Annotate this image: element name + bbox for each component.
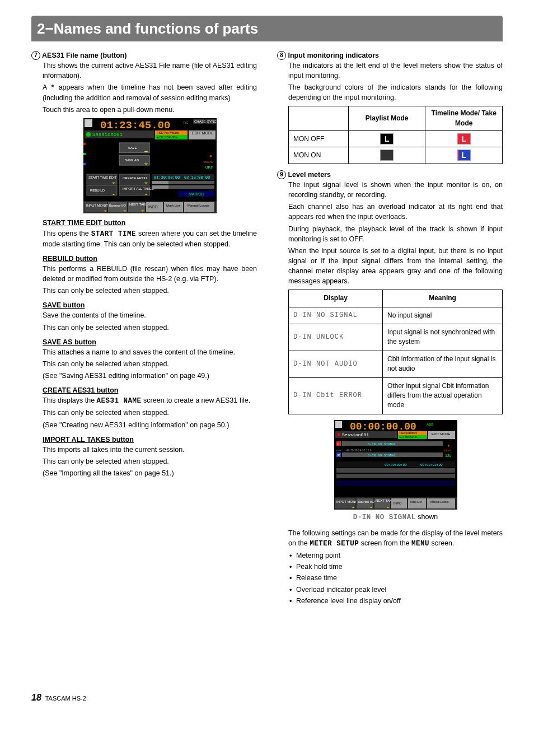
svg-rect-95 [336, 468, 455, 473]
start-time-edit-heading: START TIME EDIT button [43, 218, 257, 228]
svg-text:D-IN NO SIGNAL: D-IN NO SIGNAL [368, 442, 396, 446]
l-icon-red: L [457, 133, 471, 144]
saveas-p1: This attaches a name to and saves the co… [43, 347, 257, 357]
table-row: D-IN NOT AUDIO Cbit information of the i… [289, 351, 503, 377]
svg-rect-37 [83, 163, 86, 165]
svg-text:●CF 000h24m: ●CF 000h24m [399, 435, 417, 438]
svg-text:12s: 12s [445, 454, 452, 458]
save-heading: SAVE button [43, 300, 257, 310]
svg-point-71 [337, 433, 340, 436]
product-name: TASCAM HS-2 [45, 695, 86, 702]
l-icon-blank [380, 150, 394, 161]
svg-text:00:00:00:00: 00:00:00:00 [385, 463, 407, 467]
svg-text:00:00:02:29: 00:00:02:29 [420, 463, 443, 467]
item7-p1: This shows the current active AES31 File… [43, 60, 257, 81]
settings-list: Metering point Peak hold time Release ti… [288, 550, 503, 606]
monitoring-table: Playlist Mode Timeline Mode/ Take Mode M… [288, 106, 503, 164]
item9-p5: The following settings can be made for t… [288, 528, 503, 549]
table-row: D-IN NO SIGNAL No input signal [289, 307, 503, 324]
svg-point-9 [86, 132, 91, 137]
svg-rect-36 [83, 153, 86, 155]
svg-rect-1 [85, 119, 92, 127]
import-p2: This can only be selected when stopped. [43, 456, 257, 466]
saveas-p2: This can only be selected when stopped. [43, 359, 257, 369]
disp-r3m: Cbit information of the input signal is … [383, 351, 503, 377]
rebuild-p1: This performs a REBUILD (file rescan) wh… [43, 264, 257, 284]
svg-text:START TIME EDIT: START TIME EDIT [88, 176, 117, 179]
svg-rect-96 [336, 474, 455, 478]
item-number-8: 8 [277, 51, 286, 60]
chapter-title: 2−Names and functions of parts [37, 18, 497, 40]
disp-r1d: D-IN NO SIGNAL [289, 307, 383, 324]
svg-text:SYNC: SYNC [207, 120, 217, 123]
item-number-7: 7 [31, 51, 40, 60]
item7-p2: A * appears when the timeline has not be… [43, 82, 257, 103]
svg-text:ABS: ABS [427, 423, 433, 426]
svg-text:CREATE AES31: CREATE AES31 [123, 176, 148, 180]
svg-text:Bounce I/O: Bounce I/O [358, 500, 374, 503]
import-p1: This imports all takes into the current … [43, 445, 257, 455]
svg-text:REBUILD: REBUILD [90, 189, 105, 192]
svg-text:●: ● [209, 153, 212, 158]
item9-p3: During playback, the playback level of t… [288, 224, 503, 244]
l-icon-blue: L [457, 150, 471, 161]
disp-r2d: D-IN UNLOCK [289, 324, 383, 351]
start-time-edit-text: This opens the START TIME screen where y… [43, 228, 257, 249]
page-footer: 18 TASCAM HS-2 [31, 691, 257, 704]
mon-r1: MON OFF [289, 131, 349, 147]
table-row: D-IN UNLOCK Input signal is not synchron… [289, 324, 503, 351]
rebuild-p2: This can only be selected when stopped. [43, 286, 257, 296]
item8-p2: The background colors of the indicators … [288, 82, 503, 102]
disp-r4m: Other input signal Cbit information diff… [383, 377, 503, 414]
svg-text:00:00:00.00: 00:00:00.00 [350, 421, 416, 432]
display-meaning-table: Display Meaning D-IN NO SIGNAL No input … [288, 290, 503, 414]
list-item: Overload indicator peak level [296, 585, 503, 595]
svg-text:IMPORT ALL TAKES: IMPORT ALL TAKES [123, 187, 154, 190]
left-column: 7 AES31 File name (button) This shows th… [31, 49, 257, 704]
svg-text:zoom: zoom [204, 160, 213, 164]
svg-text:Session001: Session001 [92, 132, 123, 138]
svg-text:Bounce I/O: Bounce I/O [109, 204, 126, 207]
table-row: MON ON L [289, 147, 503, 164]
item7-p3: Touch this area to open a pull-down menu… [43, 105, 257, 115]
figure-caption: D-IN NO SIGNAL shown [288, 512, 503, 522]
disp-r1m: No input signal [383, 307, 503, 324]
svg-text:●CF 124h00m: ●CF 124h00m [157, 136, 178, 139]
save-p2: This can only be selected when stopped. [43, 323, 257, 333]
svg-text:01:23:45.00: 01:23:45.00 [100, 119, 170, 132]
svg-text:○SD No Media: ○SD No Media [157, 131, 179, 134]
item9-p2: Each channel also has an overload indica… [288, 202, 503, 222]
svg-text:Mark List: Mark List [410, 500, 422, 503]
svg-rect-97 [336, 480, 455, 486]
svg-text:Mark List: Mark List [166, 204, 180, 207]
svg-text:SAVE: SAVE [128, 146, 137, 150]
mon-r2: MON ON [289, 147, 349, 164]
no-signal-figure: 00:00:00.00 ABS Session001 ○SD 001h55m ●… [334, 420, 457, 510]
l-icon-black: L [380, 133, 394, 144]
mon-h1 [289, 106, 349, 131]
svg-text:over: over [336, 449, 342, 452]
svg-text:48  36    30    24    18    12: 48 36 30 24 18 12 6 [346, 449, 372, 452]
svg-text:EDIT MODE: EDIT MODE [192, 131, 214, 135]
create-p2: This can only be selected when stopped. [43, 408, 257, 418]
svg-text:01:30:00:00: 01:30:00:00 [154, 175, 180, 180]
svg-text:○SD 001h55m: ○SD 001h55m [399, 431, 417, 435]
svg-text:SAVE AS: SAVE AS [125, 158, 139, 162]
import-p3: (See "Importing all the takes" on page 5… [43, 468, 257, 478]
svg-text:●: ● [447, 444, 449, 447]
svg-text:D-IN NO SIGNAL: D-IN NO SIGNAL [368, 454, 396, 458]
disp-h1: Display [289, 290, 383, 307]
svg-text:INFO: INFO [394, 502, 402, 505]
item8-title: Input monitoring indicators [288, 52, 379, 59]
item9-p1: The input signal level is shown when the… [288, 180, 503, 200]
svg-text:02:15:00:00: 02:15:00:00 [184, 175, 210, 180]
right-column: 8 Input monitoring indicators The indica… [277, 49, 503, 704]
disp-r4d: D-IN Cbit ERROR [289, 377, 383, 414]
svg-rect-45 [152, 181, 168, 184]
item7-title: AES31 File name (button) [42, 52, 127, 59]
svg-text:0Kh: 0Kh [205, 165, 213, 170]
page-number: 18 [31, 693, 41, 702]
svg-rect-35 [83, 143, 86, 145]
svg-text:MARK01: MARK01 [189, 192, 204, 196]
item9-p4: When the input source is set to a digita… [288, 246, 503, 287]
